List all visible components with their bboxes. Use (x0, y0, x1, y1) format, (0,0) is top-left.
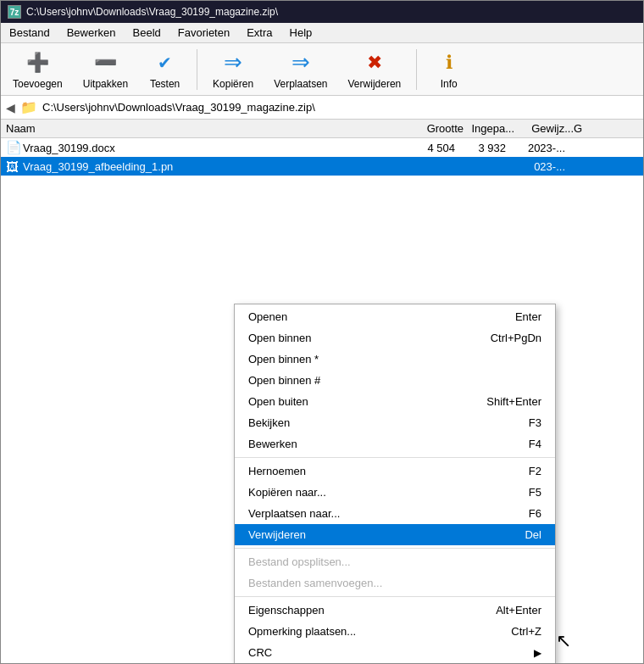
move-icon: ⇒ (287, 49, 314, 76)
file-name-png: Vraag_30199_afbeelding_1.pn (23, 160, 404, 173)
context-menu: Openen Enter Open binnen Ctrl+PgDn Open … (234, 304, 556, 663)
ctx-bekijken-label: Bekijken (248, 416, 290, 429)
back-icon[interactable]: ◀ (6, 101, 15, 114)
file-list: 📄 Vraag_30199.docx 4 504 3 932 2023-... … (1, 138, 643, 663)
ctx-opmerking-label: Opmerking plaatsen... (248, 625, 356, 638)
ctx-hernoemen-label: Hernoemen (248, 465, 306, 477)
menu-bestand[interactable]: Bestand (1, 25, 58, 41)
ctx-eigenschappen-label: Eigenschappen (248, 604, 325, 617)
ctx-verplaatsen-naar[interactable]: Verplaatsen naar... F6 (235, 503, 555, 524)
info-label: Info (441, 78, 458, 90)
ctx-verwijderen-shortcut: Del (525, 528, 541, 541)
add-icon: ➕ (24, 49, 51, 76)
add-label: Toevoegen (13, 78, 63, 90)
ctx-eigenschappen-shortcut: Alt+Enter (496, 604, 541, 617)
ctx-crc[interactable]: CRC ▶ (235, 642, 555, 663)
app-icon: 7z (8, 5, 21, 19)
test-label: Testen (150, 78, 180, 90)
copy-icon: ⇒ (219, 49, 247, 76)
ctx-verwijderen[interactable]: Verwijderen Del (235, 524, 555, 545)
ctx-crc-label: CRC (248, 646, 272, 659)
ctx-bekijken-shortcut: F3 (529, 416, 541, 429)
toolbar-info-button[interactable]: ℹ Info (425, 47, 472, 92)
menu-bewerken[interactable]: Bewerken (58, 25, 125, 41)
ctx-opmerking-shortcut: Ctrl+Z (511, 625, 541, 638)
delete-icon: ✖ (361, 49, 388, 76)
ctx-bestand-opsplitsen: Bestand opsplitsen... (235, 551, 555, 572)
folder-icon: 📁 (20, 99, 37, 115)
title-text: C:\Users\johnv\Downloads\Vraag_30199_mag… (26, 6, 278, 18)
move-label: Verplaatsen (274, 78, 327, 90)
ctx-open-binnen-hash[interactable]: Open binnen # (235, 370, 555, 391)
ctx-open-binnen-star-label: Open binnen * (248, 353, 319, 365)
file-modified-png: 023-... (506, 160, 565, 173)
title-bar: 7z C:\Users\johnv\Downloads\Vraag_30199_… (1, 1, 643, 23)
main-window: 7z C:\Users\johnv\Downloads\Vraag_30199_… (0, 0, 644, 664)
file-name-docx: Vraag_30199.docx (23, 142, 404, 154)
toolbar-copy-button[interactable]: ⇒ Kopiëren (206, 47, 260, 92)
ctx-openen[interactable]: Openen Enter (235, 306, 555, 327)
menu-favorieten[interactable]: Favorieten (169, 25, 238, 41)
ctx-bestanden-samenvoegen-label: Bestanden samenvoegen... (248, 577, 382, 589)
address-bar: ◀ 📁 C:\Users\johnv\Downloads\Vraag_30199… (1, 96, 643, 120)
toolbar: ➕ Toevoegen ➖ Uitpakken ✔ Testen ⇒ Kopië… (1, 43, 643, 96)
ctx-hernoemen-shortcut: F2 (529, 465, 541, 477)
toolbar-delete-button[interactable]: ✖ Verwijderen (341, 47, 408, 92)
ctx-eigenschappen[interactable]: Eigenschappen Alt+Enter (235, 600, 555, 621)
ctx-kopieren-naar-shortcut: F5 (529, 486, 541, 499)
address-path: C:\Users\johnv\Downloads\Vraag_30199_mag… (42, 101, 315, 114)
ctx-open-buiten-label: Open buiten (248, 395, 308, 408)
col-header-grootte[interactable]: Grootte (413, 122, 464, 135)
file-modified-docx: 2023-... (506, 142, 565, 154)
file-list-header: Naam Grootte Ingepa... Gewijz... G (1, 120, 643, 138)
menu-beeld[interactable]: Beeld (125, 25, 169, 41)
toolbar-test-button[interactable]: ✔ Testen (142, 47, 188, 92)
ctx-open-buiten-shortcut: Shift+Enter (486, 395, 541, 408)
ctx-bestanden-samenvoegen: Bestanden samenvoegen... (235, 572, 555, 594)
ctx-open-binnen-shortcut: Ctrl+PgDn (491, 332, 541, 344)
test-icon: ✔ (152, 49, 179, 76)
ctx-open-binnen-star[interactable]: Open binnen * (235, 349, 555, 370)
ctx-sep-1 (235, 457, 555, 458)
file-row-docx[interactable]: 📄 Vraag_30199.docx 4 504 3 932 2023-... (1, 138, 643, 157)
ctx-kopieren-naar[interactable]: Kopiëren naar... F5 (235, 482, 555, 503)
ctx-sep-3 (235, 596, 555, 597)
mouse-cursor: ↖ (556, 630, 571, 652)
ctx-crc-arrow: ▶ (534, 647, 541, 659)
ctx-bekijken[interactable]: Bekijken F3 (235, 412, 555, 433)
extract-icon: ➖ (92, 49, 119, 76)
ctx-verplaatsen-naar-label: Verplaatsen naar... (248, 507, 340, 520)
ctx-open-binnen-label: Open binnen (248, 332, 311, 344)
ctx-kopieren-naar-label: Kopiëren naar... (248, 486, 326, 499)
ctx-open-buiten[interactable]: Open buiten Shift+Enter (235, 391, 555, 412)
file-compressed-docx: 3 932 (455, 142, 506, 154)
col-header-ingepa[interactable]: Ingepa... (464, 122, 514, 135)
col-header-name[interactable]: Naam (6, 122, 413, 135)
toolbar-separator-2 (416, 49, 417, 90)
toolbar-add-button[interactable]: ➕ Toevoegen (6, 47, 69, 92)
menu-help[interactable]: Help (281, 25, 321, 41)
ctx-verplaatsen-naar-shortcut: F6 (529, 507, 541, 520)
col-header-g[interactable]: G (574, 122, 638, 135)
extract-label: Uitpakken (83, 78, 128, 90)
file-row-png[interactable]: 🖼 Vraag_30199_afbeelding_1.pn 023-... (1, 157, 643, 176)
ctx-hernoemen[interactable]: Hernoemen F2 (235, 460, 555, 482)
toolbar-extract-button[interactable]: ➖ Uitpakken (76, 47, 135, 92)
col-header-gewijz[interactable]: Gewijz... (514, 122, 574, 135)
ctx-bewerken-shortcut: F4 (529, 438, 541, 450)
ctx-opmerking[interactable]: Opmerking plaatsen... Ctrl+Z (235, 621, 555, 642)
menu-extra[interactable]: Extra (238, 25, 280, 41)
copy-label: Kopiëren (213, 78, 253, 90)
file-icon-png: 🖼 (6, 159, 23, 174)
ctx-openen-label: Openen (248, 310, 287, 323)
ctx-bewerken[interactable]: Bewerken F4 (235, 433, 555, 455)
ctx-open-binnen[interactable]: Open binnen Ctrl+PgDn (235, 327, 555, 349)
info-icon: ℹ (436, 49, 463, 76)
ctx-verwijderen-label: Verwijderen (248, 528, 306, 541)
menu-bar: Bestand Bewerken Beeld Favorieten Extra … (1, 23, 643, 43)
delete-label: Verwijderen (348, 78, 402, 90)
ctx-open-binnen-hash-label: Open binnen # (248, 374, 320, 387)
file-size-docx: 4 504 (404, 142, 455, 154)
toolbar-move-button[interactable]: ⇒ Verplaatsen (267, 47, 334, 92)
ctx-bewerken-label: Bewerken (248, 438, 297, 450)
